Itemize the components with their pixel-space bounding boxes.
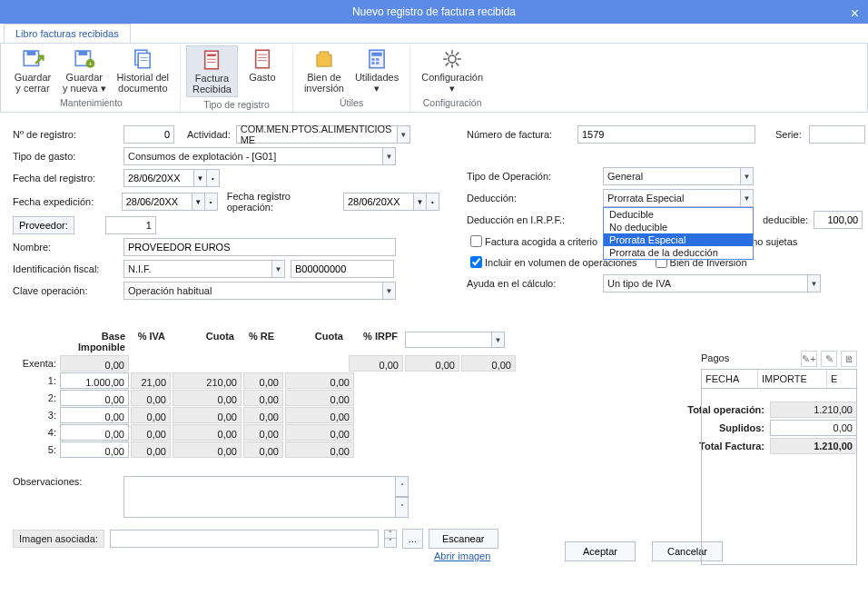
ribbon-gasto[interactable]: Gasto — [238, 45, 287, 97]
clave-op-select[interactable]: Operación habitual▼ — [123, 282, 396, 300]
label-fecha-registro: Fecha del registro: — [13, 173, 123, 184]
label-ayuda-calc: Ayuda en el cálculo: — [467, 278, 603, 289]
proveedor-button[interactable]: Proveedor: — [13, 216, 74, 234]
n-registro-input[interactable] — [123, 125, 174, 144]
obs-down-icon[interactable]: ˅ — [396, 497, 409, 518]
hdr-pre: % RE — [238, 329, 278, 354]
svg-rect-23 — [376, 62, 379, 64]
label-factura-cc: Factura acogida a criterio — [485, 236, 597, 247]
nombre-input[interactable] — [123, 238, 396, 256]
abrir-imagen-link[interactable]: Abrir imagen — [434, 551, 490, 561]
label-actividad: Actividad: — [187, 129, 231, 140]
svg-rect-10 — [205, 51, 219, 69]
svg-line-29 — [446, 53, 449, 55]
svg-text:+: + — [88, 60, 93, 68]
svg-line-31 — [456, 53, 459, 55]
imagen-path-input[interactable] — [110, 530, 379, 548]
hdr-cuota2: Cuota — [278, 329, 347, 354]
window-title: Nuevo registro de factura recibida — [352, 5, 516, 18]
num-factura-input[interactable] — [577, 125, 755, 144]
hdr-base: Base Imponible — [60, 329, 129, 354]
ident-num-input[interactable] — [291, 260, 394, 278]
label-ident-fiscal: Identificación fiscal: — [13, 263, 123, 274]
label-observaciones: Observaciones: — [13, 476, 123, 487]
serie-input[interactable] — [809, 125, 865, 144]
pagos-edit-icon[interactable]: ✎ — [821, 351, 837, 367]
irpf-v1: 0,00 — [349, 355, 403, 372]
label-n-registro: Nº de registro: — [13, 129, 123, 140]
label-num-factura: Número de factura: — [467, 129, 577, 140]
svg-rect-3 — [78, 51, 87, 55]
pagos-panel: Pagos ✎+ ✎ 🗎 FECHA IMPORTE E — [701, 351, 857, 565]
actividad-select[interactable]: COM.MEN.PTOS.ALIMENTICIOS ME▼ — [236, 125, 410, 144]
obs-up-icon[interactable]: ˄ — [396, 476, 409, 497]
irpf-concept-select[interactable]: ▼ — [405, 332, 505, 348]
pagos-del-icon[interactable]: 🗎 — [841, 351, 857, 367]
ribbon-guardar-cerrar[interactable]: Guardar y cerrar — [8, 45, 57, 95]
pct-deducible-input[interactable] — [814, 211, 863, 229]
pagos-add-icon[interactable]: ✎+ — [801, 351, 817, 367]
ribbon-historial[interactable]: Historial del documento — [112, 45, 174, 95]
svg-line-30 — [456, 63, 459, 65]
deduccion-option[interactable]: No deducible — [604, 221, 753, 233]
irpf-v3: 0,00 — [461, 355, 516, 372]
ident-tipo-select[interactable]: N.I.F.▼ — [123, 260, 285, 278]
pagos-col-e: E — [827, 370, 849, 388]
factura-cc-checkbox[interactable] — [470, 235, 482, 247]
tab-libro-facturas[interactable]: Libro facturas recibidas — [4, 24, 131, 43]
deduccion-option[interactable]: Prorrata Especial — [604, 233, 753, 246]
label-tipo-gasto: Tipo de gasto: — [13, 151, 123, 162]
proveedor-input[interactable] — [105, 216, 156, 234]
ribbon-configuracion[interactable]: Configuración ▾ — [416, 45, 488, 95]
label-no-sujetas: no sujetas — [752, 236, 797, 247]
svg-rect-11 — [208, 55, 217, 56]
pagos-col-fecha: FECHA — [702, 370, 758, 388]
hdr-cuota: Cuota — [169, 329, 238, 354]
aceptar-button[interactable]: Aceptar — [565, 541, 636, 561]
irpf-v2: 0,00 — [405, 355, 459, 372]
escanear-button[interactable]: Escanear — [429, 529, 498, 549]
exenta-value: 0,00 — [60, 355, 129, 372]
ribbon: Guardar y cerrar+Guardar y nueva ▾Histor… — [0, 44, 868, 113]
deduccion-dropdown-list[interactable]: DeducibleNo deducibleProrrata EspecialPr… — [603, 207, 754, 260]
tipo-gasto-select[interactable]: Consumos de explotación - [G01]▼ — [123, 147, 396, 165]
label-imagen-asociada: Imagen asociada: — [13, 530, 104, 548]
label-fecha-expedicion: Fecha expedición: — [13, 196, 122, 207]
svg-rect-21 — [376, 58, 379, 60]
label-clave-op: Clave operación: — [13, 285, 123, 296]
pagos-title: Pagos — [701, 351, 729, 363]
hdr-piva: % IVA — [129, 329, 169, 354]
deduccion-select[interactable]: Prorrata Especial▼ — [603, 189, 754, 207]
fecha-reg-op-input[interactable]: ▼• — [343, 193, 439, 211]
ayuda-calc-select[interactable]: Un tipo de IVA▼ — [603, 274, 821, 293]
pagos-col-importe: IMPORTE — [758, 370, 827, 388]
img-down-icon[interactable]: ˅ — [384, 539, 397, 548]
svg-rect-19 — [371, 53, 381, 56]
ribbon-bien-inversion[interactable]: Bien de inversión — [299, 45, 350, 95]
label-ded-irpf: Deducción en I.R.P.F.: — [467, 214, 603, 225]
fecha-expedicion-input[interactable]: ▼• — [122, 193, 218, 211]
label-nombre: Nombre: — [13, 242, 123, 253]
observaciones-input[interactable] — [123, 476, 396, 518]
label-fecha-reg-op: Fecha registro operación: — [227, 191, 338, 213]
ribbon-guardar-nueva[interactable]: +Guardar y nueva ▾ — [57, 45, 112, 95]
ribbon-utilidades[interactable]: Utilidades ▾ — [350, 45, 404, 95]
close-icon[interactable]: × — [851, 2, 859, 25]
hdr-pirpf: % IRPF — [347, 329, 401, 354]
deduccion-option[interactable]: Prorrata de la deducción — [604, 246, 753, 259]
svg-rect-1 — [27, 51, 36, 55]
deduccion-option[interactable]: Deducible — [604, 208, 753, 221]
img-up-icon[interactable]: ˄ — [384, 530, 397, 539]
svg-point-24 — [449, 55, 456, 63]
svg-rect-22 — [371, 62, 374, 64]
title-bar: Nuevo registro de factura recibida × — [0, 0, 868, 24]
browse-button[interactable]: ... — [402, 529, 423, 549]
label-deduccion: Deducción: — [467, 193, 603, 203]
incluir-vol-checkbox[interactable] — [470, 256, 482, 268]
label-pct-deducible: deducible: — [763, 214, 808, 225]
ribbon-factura-recibida[interactable]: Factura Recibida — [186, 45, 238, 97]
tipo-operacion-select[interactable]: General▼ — [603, 167, 754, 185]
label-tipo-operacion: Tipo de Operación: — [467, 171, 603, 182]
svg-rect-20 — [371, 58, 374, 60]
fecha-registro-input[interactable]: ▼• — [123, 169, 220, 187]
